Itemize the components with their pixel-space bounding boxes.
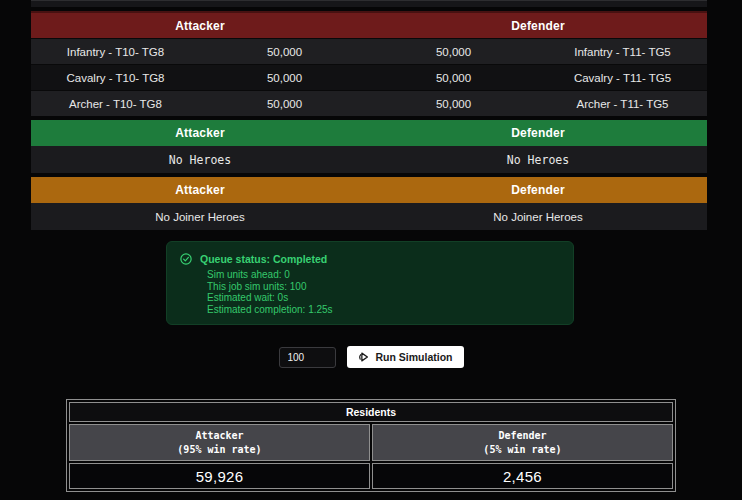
joiner-value-row: No Joiner Heroes No Joiner Heroes xyxy=(31,203,707,230)
heroes-table: Attacker Defender No Heroes No Heroes xyxy=(31,120,707,173)
joiner-attacker-header: Attacker xyxy=(31,183,369,197)
attacker-infantry-count: 50,000 xyxy=(200,46,369,58)
status-line-completion: Estimated completion: 1.25s xyxy=(207,304,557,316)
attacker-archer-count: 50,000 xyxy=(200,98,369,110)
results-defender-label: Defender xyxy=(373,429,672,443)
status-line-job-units: This job sim units: 100 xyxy=(207,281,557,293)
simulation-controls: Run Simulation xyxy=(0,346,742,368)
results-values-row: 59,926 2,456 xyxy=(69,463,673,489)
heroes-defender-header: Defender xyxy=(369,126,707,140)
results-defender-header: Defender (5% win rate) xyxy=(372,424,673,461)
results-header-row: Attacker (95% win rate) Defender (5% win… xyxy=(69,424,673,461)
defender-heroes-value: No Heroes xyxy=(369,153,707,167)
defender-archer-type: Archer - T11- TG5 xyxy=(538,98,707,110)
defender-joiner-value: No Joiner Heroes xyxy=(369,211,707,223)
defender-cavalry-count: 50,000 xyxy=(369,72,538,84)
check-circle-icon xyxy=(180,253,192,265)
results-title-row: Residents xyxy=(69,402,673,422)
run-simulation-icon xyxy=(358,351,370,363)
queue-status-details: Sim units ahead: 0 This job sim units: 1… xyxy=(207,269,557,315)
attacker-cavalry-type: Cavalry - T10- TG8 xyxy=(31,72,200,84)
heroes-value-row: No Heroes No Heroes xyxy=(31,146,707,173)
troops-table: Attacker Defender Infantry - T10- TG8 50… xyxy=(31,11,707,116)
attacker-infantry-type: Infantry - T10- TG8 xyxy=(31,46,200,58)
attacker-cavalry-count: 50,000 xyxy=(200,72,369,84)
joiner-header-row: Attacker Defender xyxy=(31,177,707,203)
joiner-heroes-table: Attacker Defender No Joiner Heroes No Jo… xyxy=(31,177,707,230)
attacker-joiner-value: No Joiner Heroes xyxy=(31,211,369,223)
defender-infantry-count: 50,000 xyxy=(369,46,538,58)
joiner-defender-header: Defender xyxy=(369,183,707,197)
status-line-wait: Estimated wait: 0s xyxy=(207,292,557,304)
heroes-header-row: Attacker Defender xyxy=(31,120,707,146)
defender-infantry-type: Infantry - T11- TG5 xyxy=(538,46,707,58)
queue-status-panel: Queue status: Completed Sim units ahead:… xyxy=(166,241,574,325)
queue-status-title-row: Queue status: Completed xyxy=(180,252,557,266)
cropped-previous-row xyxy=(31,0,707,7)
table-row-infantry: Infantry - T10- TG8 50,000 50,000 Infant… xyxy=(31,38,707,64)
results-attacker-winrate: (95% win rate) xyxy=(70,443,369,457)
run-button-label: Run Simulation xyxy=(376,351,453,363)
troops-defender-header: Defender xyxy=(369,19,707,33)
results-table: Residents Attacker (95% win rate) Defend… xyxy=(66,399,676,492)
results-attacker-label: Attacker xyxy=(70,429,369,443)
defender-residents-value: 2,456 xyxy=(372,463,673,489)
table-row-archer: Archer - T10- TG8 50,000 50,000 Archer -… xyxy=(31,90,707,116)
run-simulation-button[interactable]: Run Simulation xyxy=(347,346,464,368)
defender-archer-count: 50,000 xyxy=(369,98,538,110)
table-row-cavalry: Cavalry - T10- TG8 50,000 50,000 Cavalry… xyxy=(31,64,707,90)
defender-cavalry-type: Cavalry - T11- TG5 xyxy=(538,72,707,84)
attacker-archer-type: Archer - T10- TG8 xyxy=(31,98,200,110)
results-defender-winrate: (5% win rate) xyxy=(373,443,672,457)
battle-simulator-page: Attacker Defender Infantry - T10- TG8 50… xyxy=(0,0,742,500)
results-title: Residents xyxy=(69,402,673,422)
attacker-heroes-value: No Heroes xyxy=(31,153,369,167)
heroes-attacker-header: Attacker xyxy=(31,126,369,140)
queue-status-title: Queue status: Completed xyxy=(200,252,327,266)
troops-header-row: Attacker Defender xyxy=(31,11,707,38)
sim-units-input[interactable] xyxy=(279,347,336,368)
troops-attacker-header: Attacker xyxy=(31,19,369,33)
status-line-units-ahead: Sim units ahead: 0 xyxy=(207,269,557,281)
results-attacker-header: Attacker (95% win rate) xyxy=(69,424,370,461)
attacker-residents-value: 59,926 xyxy=(69,463,370,489)
